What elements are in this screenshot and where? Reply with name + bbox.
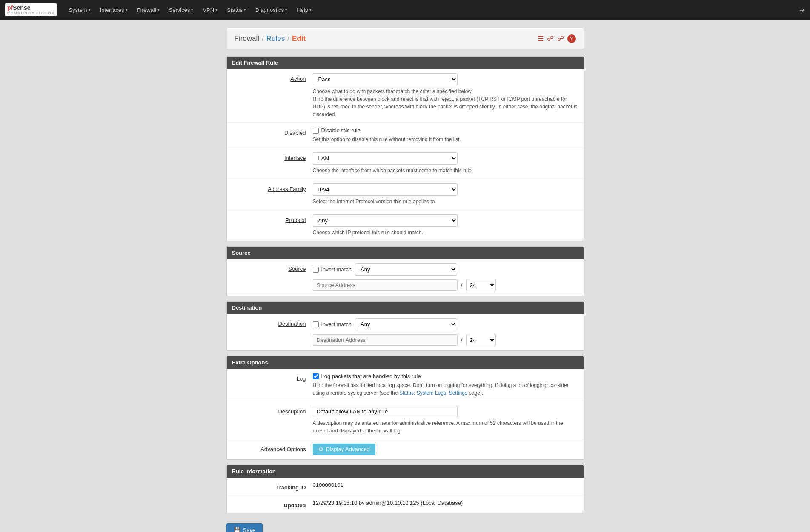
source-invert-checkbox[interactable] (313, 267, 319, 273)
updated-label: Updated (232, 500, 313, 509)
source-type-select[interactable]: Any Single host or alias LAN net WAN net (355, 263, 457, 276)
navbar: pfSense COMMUNITY EDITION System ▾ Inter… (0, 0, 810, 20)
nav-arrow-system: ▾ (89, 8, 91, 12)
rule-info-header: Rule Information (227, 465, 584, 478)
protocol-hint: Choose which IP protocol this rule shoul… (313, 229, 578, 236)
nav-item-help[interactable]: Help ▾ (292, 4, 316, 16)
description-label: Description (232, 406, 313, 415)
syslog-link[interactable]: Status: System Logs: Settings (399, 390, 467, 396)
edit-section-body: Action Pass Block Reject Choose what to … (227, 69, 584, 241)
nav-arrow-vpn: ▾ (215, 8, 218, 12)
destination-mask-select[interactable]: 24 32 16 8 (466, 334, 496, 346)
nav-right-icon[interactable]: ➜ (799, 6, 805, 14)
log-checkbox[interactable] (313, 373, 319, 379)
destination-section-header: Destination (227, 302, 584, 314)
advanced-options-content: ⚙ Display Advanced (313, 444, 578, 455)
source-address-input[interactable] (313, 279, 458, 291)
destination-section-body: Destination Invert match Any Single host… (227, 314, 584, 350)
nav-item-services[interactable]: Services ▾ (165, 4, 198, 16)
protocol-select[interactable]: Any TCP UDP TCP/UDP ICMP (313, 214, 458, 227)
source-section: Source Source Invert match Any Single h (226, 246, 584, 296)
edit-firewall-rule-section: Edit Firewall Rule Action Pass Block Rej… (226, 56, 584, 241)
rule-info-section: Rule Information Tracking ID 0100000101 … (226, 465, 584, 513)
source-slash: / (461, 282, 463, 289)
address-family-hint: Select the Internet Protocol version thi… (313, 198, 578, 205)
nav-item-status[interactable]: Status ▾ (223, 4, 250, 16)
advanced-options-row: Advanced Options ⚙ Display Advanced (227, 439, 584, 459)
gear-icon: ⚙ (318, 446, 323, 452)
action-row: Action Pass Block Reject Choose what to … (227, 69, 584, 123)
address-family-label: Address Family (232, 183, 313, 192)
chart-icon[interactable]: ☍ (547, 34, 554, 43)
bc-firewall[interactable]: Firewall (235, 34, 260, 43)
destination-address-input[interactable] (313, 334, 458, 346)
extra-section-header: Extra Options (227, 356, 584, 369)
source-label: Source (232, 263, 313, 272)
protocol-content: Any TCP UDP TCP/UDP ICMP Choose which IP… (313, 214, 578, 236)
interface-select[interactable]: LAN WAN Loopback (313, 152, 458, 165)
list-icon[interactable]: ☰ (538, 34, 544, 43)
bc-rules[interactable]: Rules (266, 34, 285, 43)
updated-row: Updated 12/29/23 19:15:10 by admin@10.10… (227, 495, 584, 513)
source-mask-select[interactable]: 24 32 16 8 (466, 279, 496, 291)
destination-slash: / (461, 336, 463, 344)
tracking-id-row: Tracking ID 0100000101 (227, 478, 584, 495)
address-family-row: Address Family IPv4 IPv6 IPv4+IPv6 Selec… (227, 179, 584, 210)
nav-item-firewall[interactable]: Firewall ▾ (133, 4, 164, 16)
page-wrap: Firewall / Rules / Edit ☰ ☍ ☍ ? Edit Fir… (226, 20, 584, 532)
destination-invert-label[interactable]: Invert match (313, 321, 352, 327)
disabled-content: Disable this rule Set this option to dis… (313, 127, 578, 143)
action-hint: Choose what to do with packets that matc… (313, 88, 578, 118)
nav-item-vpn[interactable]: VPN ▾ (198, 4, 222, 16)
destination-type-select[interactable]: Any Single host or alias LAN net WAN net (355, 318, 457, 330)
extra-section-body: Log Log packets that are handled by this… (227, 369, 584, 459)
disabled-hint: Set this option to disable this rule wit… (313, 136, 578, 143)
address-family-select[interactable]: IPv4 IPv6 IPv4+IPv6 (313, 183, 458, 196)
destination-section: Destination Destination Invert match Any (226, 301, 584, 351)
address-family-content: IPv4 IPv6 IPv4+IPv6 Select the Internet … (313, 183, 578, 205)
destination-invert-checkbox[interactable] (313, 321, 319, 327)
source-section-body: Source Invert match Any Single host or a… (227, 259, 584, 296)
nav-item-diagnostics[interactable]: Diagnostics ▾ (251, 4, 292, 16)
nav-arrow-services: ▾ (191, 8, 193, 12)
disabled-label: Disabled (232, 127, 313, 136)
breadcrumb-icons: ☰ ☍ ☍ ? (538, 34, 576, 43)
help-icon[interactable]: ? (567, 34, 576, 43)
nav-item-system[interactable]: System ▾ (64, 4, 94, 16)
source-content: Invert match Any Single host or alias LA… (313, 263, 578, 291)
disabled-row: Disabled Disable this rule Set this opti… (227, 123, 584, 148)
description-row: Description A description may be entered… (227, 401, 584, 439)
action-label: Action (232, 73, 313, 82)
nav-arrow-diagnostics: ▾ (285, 8, 287, 12)
destination-row: Destination Invert match Any Single host… (227, 314, 584, 350)
log-check-label[interactable]: Log packets that are handled by this rul… (313, 373, 578, 379)
action-select[interactable]: Pass Block Reject (313, 73, 458, 85)
interface-row: Interface LAN WAN Loopback Choose the in… (227, 148, 584, 179)
description-hint: A description may be entered here for ad… (313, 419, 578, 435)
display-advanced-button[interactable]: ⚙ Display Advanced (313, 444, 375, 455)
extra-options-section: Extra Options Log Log packets that are h… (226, 356, 584, 460)
doc-icon[interactable]: ☍ (557, 34, 564, 43)
bc-edit: Edit (292, 34, 306, 43)
nav-menu: System ▾ Interfaces ▾ Firewall ▾ Service… (64, 4, 316, 16)
nav-arrow-help: ▾ (309, 8, 312, 12)
protocol-row: Protocol Any TCP UDP TCP/UDP ICMP Choose… (227, 210, 584, 241)
destination-content: Invert match Any Single host or alias LA… (313, 318, 578, 346)
nav-arrow-interfaces: ▾ (126, 8, 128, 12)
disabled-check-label[interactable]: Disable this rule (313, 127, 578, 134)
nav-item-interfaces[interactable]: Interfaces ▾ (96, 4, 132, 16)
description-input[interactable] (313, 406, 458, 417)
log-label: Log (232, 373, 313, 382)
destination-controls: Invert match Any Single host or alias LA… (313, 318, 578, 346)
description-content: A description may be entered here for ad… (313, 406, 578, 435)
save-button[interactable]: 💾 Save (226, 523, 263, 532)
brand-logo[interactable]: pfSense COMMUNITY EDITION (5, 3, 57, 16)
nav-arrow-firewall: ▾ (157, 8, 160, 12)
source-invert-label[interactable]: Invert match (313, 266, 352, 273)
disabled-checkbox[interactable] (313, 128, 319, 134)
tracking-id-value: 0100000101 (313, 482, 578, 488)
interface-label: Interface (232, 152, 313, 161)
protocol-label: Protocol (232, 214, 313, 223)
rule-info-body: Tracking ID 0100000101 Updated 12/29/23 … (227, 478, 584, 513)
save-row: 💾 Save (226, 518, 584, 532)
